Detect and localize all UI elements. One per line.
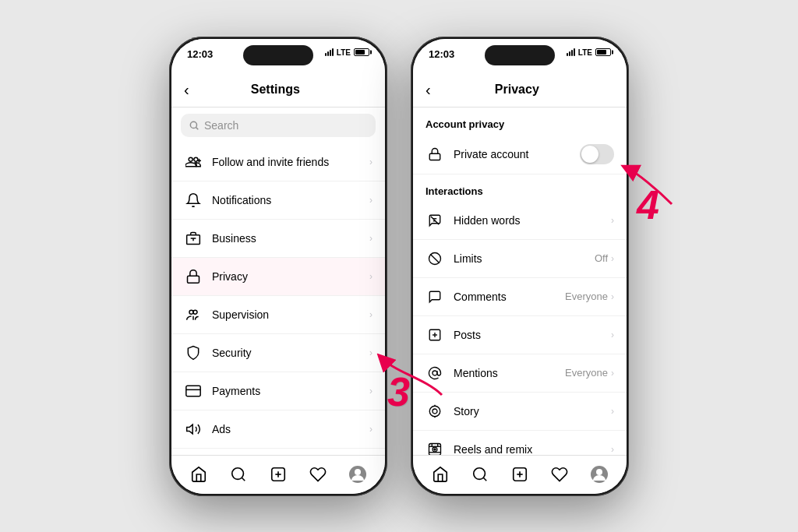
- interactions-header: Interactions: [413, 174, 627, 202]
- comments-value: Everyone: [565, 291, 608, 302]
- comments-icon: [425, 287, 444, 306]
- settings-content: Search Follow and invite: [171, 107, 385, 455]
- limits-icon: [425, 249, 444, 268]
- annotation-4: 4: [625, 157, 687, 212]
- posts-icon: [425, 326, 444, 344]
- limits-label: Limits: [454, 252, 595, 265]
- svg-point-9: [193, 310, 197, 314]
- notifications-icon: [184, 191, 203, 210]
- nav-title-1: Settings: [197, 83, 354, 97]
- svg-line-59: [483, 477, 486, 481]
- limits-value: Off: [595, 252, 608, 264]
- nav-title-2: Privacy: [439, 83, 595, 97]
- menu-item-payments[interactable]: Payments ›: [171, 372, 385, 410]
- signal-bars-1: [325, 48, 334, 56]
- hidden-words-icon: [425, 211, 444, 230]
- privacy-item-mentions[interactable]: Mentions Everyone ›: [413, 354, 627, 393]
- mentions-label: Mentions: [454, 367, 565, 379]
- privacy-item-posts[interactable]: Posts ›: [413, 316, 627, 354]
- posts-label: Posts: [454, 329, 611, 341]
- business-icon: [184, 229, 203, 248]
- menu-item-ads[interactable]: Ads ›: [171, 410, 385, 449]
- menu-item-account[interactable]: Account ›: [171, 449, 385, 455]
- signal-type-2: LTE: [578, 48, 592, 57]
- tab-home-1[interactable]: [188, 463, 210, 485]
- private-account-toggle[interactable]: [580, 144, 614, 164]
- phones-container: 12:03 LTE ‹ Settings: [154, 21, 644, 512]
- privacy-item-reels[interactable]: Reels and remix ›: [413, 431, 627, 455]
- privacy-label: Privacy: [212, 270, 369, 283]
- account-privacy-header: Account privacy: [413, 107, 627, 135]
- nav-bar-1: ‹ Settings: [171, 73, 385, 107]
- reels-label: Reels and remix: [454, 443, 611, 455]
- business-label: Business: [212, 232, 369, 245]
- nav-bar-2: ‹ Privacy: [413, 73, 627, 107]
- toggle-knob: [581, 146, 598, 163]
- svg-point-45: [434, 448, 436, 449]
- ads-label: Ads: [212, 423, 369, 435]
- svg-point-22: [232, 468, 244, 480]
- privacy-item-story[interactable]: Story ›: [413, 393, 627, 431]
- menu-item-privacy[interactable]: Privacy ›: [171, 258, 385, 296]
- svg-point-64: [596, 469, 602, 475]
- privacy-item-comments[interactable]: Comments Everyone ›: [413, 278, 627, 316]
- menu-item-security[interactable]: Security ›: [171, 334, 385, 372]
- menu-item-follow[interactable]: Follow and invite friends ›: [171, 143, 385, 181]
- phone-privacy: 12:03 LTE ‹ Privacy: [411, 37, 629, 496]
- tab-heart-2[interactable]: [549, 463, 570, 485]
- tab-profile-2[interactable]: [588, 463, 610, 485]
- search-icon: [189, 120, 200, 131]
- security-label: Security: [212, 347, 369, 359]
- reels-icon: [425, 440, 444, 455]
- svg-point-39: [433, 409, 437, 414]
- tab-heart-1[interactable]: [307, 463, 329, 485]
- svg-line-23: [242, 477, 245, 481]
- svg-rect-7: [188, 276, 200, 283]
- back-button-1[interactable]: ‹: [184, 81, 189, 99]
- follow-icon: [184, 153, 203, 171]
- privacy-content: Account privacy Private account: [413, 107, 627, 455]
- privacy-item-private-account[interactable]: Private account: [413, 135, 627, 174]
- tab-add-1[interactable]: [267, 463, 289, 485]
- svg-point-58: [474, 468, 486, 480]
- search-placeholder: Search: [204, 119, 238, 132]
- annotation-number-4: 4: [637, 185, 659, 225]
- security-icon: [184, 344, 203, 362]
- status-bar-1: 12:03 LTE: [171, 39, 385, 73]
- tab-add-2[interactable]: [509, 463, 531, 485]
- tab-search-1[interactable]: [228, 463, 249, 485]
- story-icon: [425, 402, 444, 421]
- privacy-item-hidden-words[interactable]: Hidden words ›: [413, 202, 627, 240]
- menu-item-supervision[interactable]: Supervision ›: [171, 296, 385, 334]
- follow-label: Follow and invite friends: [212, 156, 369, 168]
- signal-bars-2: [567, 48, 575, 56]
- supervision-label: Supervision: [212, 308, 369, 321]
- payments-label: Payments: [212, 385, 369, 397]
- tab-profile-1[interactable]: [347, 463, 369, 485]
- svg-point-0: [190, 122, 196, 128]
- status-bar-2: 12:03 LTE: [413, 39, 627, 73]
- signal-type-1: LTE: [337, 48, 351, 57]
- dynamic-island-2: [485, 45, 555, 65]
- follow-chevron: ›: [369, 157, 373, 167]
- hidden-words-label: Hidden words: [454, 214, 611, 227]
- svg-marker-13: [187, 425, 193, 434]
- ads-icon: [184, 420, 203, 439]
- tab-search-2[interactable]: [469, 463, 491, 485]
- menu-item-notifications[interactable]: Notifications ›: [171, 181, 385, 220]
- svg-point-38: [433, 371, 437, 375]
- tab-home-2[interactable]: [429, 463, 451, 485]
- search-bar[interactable]: Search: [181, 114, 376, 137]
- menu-item-business[interactable]: Business ›: [171, 220, 385, 258]
- privacy-item-limits[interactable]: Limits Off ›: [413, 240, 627, 278]
- status-time-1: 12:03: [187, 48, 213, 60]
- comments-label: Comments: [454, 291, 565, 303]
- private-account-icon: [425, 145, 444, 164]
- back-button-2[interactable]: ‹: [425, 81, 431, 99]
- svg-point-40: [429, 406, 440, 417]
- tab-bar-1: [171, 455, 385, 494]
- privacy-icon: [184, 267, 203, 286]
- status-icons-2: LTE: [567, 48, 611, 57]
- svg-rect-11: [186, 386, 200, 396]
- annotation-number-3: 3: [387, 372, 410, 412]
